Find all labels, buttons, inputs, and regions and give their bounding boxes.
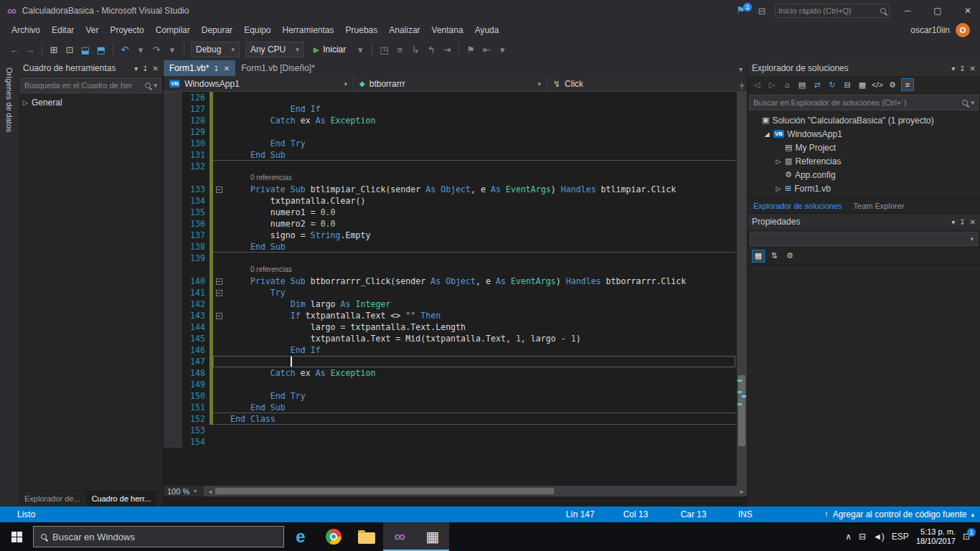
indent-icon[interactable]: ⇤ — [479, 42, 494, 57]
taskbar-search-input[interactable] — [52, 532, 276, 542]
user-name[interactable]: oscar10iin — [910, 25, 950, 35]
chevron-down-icon[interactable]: ▾ — [134, 65, 138, 72]
code-line[interactable]: 153 — [164, 425, 737, 436]
toolbox-search-box[interactable]: ▾ — [20, 77, 161, 93]
grid-app-taskbar-icon[interactable]: ▦ — [416, 522, 449, 551]
notifications-flag-icon[interactable]: ⚑ 1 — [736, 4, 749, 17]
menu-analizar[interactable]: Analizar — [383, 23, 425, 37]
close-icon[interactable]: ✕ — [224, 65, 230, 72]
network-icon[interactable]: ⊟ — [859, 532, 866, 542]
taskbar-search-box[interactable] — [33, 526, 284, 547]
new-project-icon[interactable]: ⊞ — [47, 42, 61, 57]
scroll-left-arrow[interactable]: ◂ — [205, 488, 215, 495]
scroll-right-arrow[interactable]: ▸ — [737, 488, 747, 495]
close-icon[interactable]: ✕ — [970, 218, 976, 226]
menu-proyecto[interactable]: Proyecto — [104, 23, 149, 37]
quick-launch-box[interactable] — [775, 4, 890, 18]
volume-icon[interactable]: ◄) — [873, 532, 885, 542]
chevron-down-icon[interactable]: ▾ — [951, 218, 955, 226]
code-line[interactable]: 128 Catch ex As Exception — [164, 115, 737, 126]
menu-ayuda[interactable]: Ayuda — [469, 23, 505, 37]
properties-object-dropdown[interactable]: ▾ — [750, 232, 978, 246]
tray-chevron-up-icon[interactable]: ∧ — [845, 532, 852, 542]
chevron-down-icon[interactable]: ▾ — [951, 65, 955, 72]
code-line[interactable]: 127 End If — [164, 103, 737, 115]
alphabetical-icon[interactable]: ⇅ — [768, 250, 781, 263]
code-line[interactable]: 151 End Sub — [164, 402, 737, 413]
start-button[interactable] — [0, 522, 33, 551]
project-dropdown[interactable]: VB WindowsApp1 ▾ — [164, 76, 354, 91]
document-tab-form1-vb[interactable]: Form1.vb*↧✕ — [164, 60, 235, 76]
chrome-taskbar-icon[interactable] — [317, 522, 350, 551]
data-sources-side-tab[interactable]: Orígenes de datos — [5, 63, 14, 133]
feedback-icon[interactable]: ⊟ — [755, 3, 769, 19]
tab-explorador-de-soluciones[interactable]: Explorador de soluciones — [748, 199, 848, 213]
code-line[interactable]: 126 — [164, 92, 737, 103]
menu-depurar[interactable]: Depurar — [196, 23, 238, 37]
menu-equipo[interactable]: Equipo — [238, 23, 276, 37]
sync-with-active-document-icon[interactable]: ⇄ — [811, 78, 824, 91]
code-line[interactable]: 129 — [164, 126, 737, 138]
code-line[interactable]: 138 End Sub — [164, 241, 737, 253]
menu-herramientas[interactable]: Herramientas — [277, 23, 340, 37]
menu-compilar[interactable]: Compilar — [150, 23, 196, 37]
save-all-icon[interactable]: ⬒ — [94, 42, 108, 57]
split-window-grip[interactable]: ╪ — [737, 80, 747, 91]
close-icon[interactable]: ✕ — [970, 65, 976, 72]
tree-item-my-project[interactable]: ▤My Project — [748, 141, 980, 154]
zoom-dropdown[interactable]: 100 % ▾ — [164, 486, 205, 496]
tree-item-solucio-n-calculadorabasica-1-proyecto[interactable]: ▣Solución "CalculadoraBasica" (1 proyect… — [748, 113, 980, 127]
code-line[interactable]: 140− Private Sub btborrarrr_Click(sender… — [164, 276, 737, 287]
tree-item-app-config[interactable]: ⚙App.config — [748, 168, 980, 182]
code-line[interactable]: 143− If txtpantalla.Text <> "" Then — [164, 310, 737, 321]
properties-icon[interactable]: ⚙ — [886, 78, 899, 91]
toolbox-header[interactable]: Cuadro de herramientas ▾ ↧ ✕ — [19, 60, 163, 76]
solution-explorer-search-input[interactable] — [753, 98, 959, 107]
step-into-icon[interactable]: ↳ — [408, 42, 423, 57]
home-icon[interactable]: ⌂ — [781, 78, 793, 91]
pin-icon[interactable]: ↧ — [959, 218, 965, 226]
undo-dropdown-icon[interactable]: ▾ — [133, 42, 148, 57]
start-dropdown-icon[interactable]: ▾ — [353, 42, 367, 57]
tab-cuadro-de-herr[interactable]: Cuadro de herr... — [86, 491, 157, 507]
code-line[interactable]: 130 End Try — [164, 138, 737, 149]
start-button[interactable]: ▶Iniciar — [308, 42, 352, 57]
step-over-icon[interactable]: ⇥ — [440, 42, 454, 57]
tab-explorador-de[interactable]: Explorador de... — [19, 491, 86, 507]
property-pages-icon[interactable]: ⚙ — [783, 250, 796, 263]
code-line[interactable]: 149 — [164, 379, 737, 390]
collapse-region-icon[interactable]: − — [216, 313, 222, 319]
code-line[interactable]: 147 — [164, 356, 737, 367]
step-out-icon[interactable]: ↰ — [424, 42, 438, 57]
close-button[interactable]: ✕ — [956, 1, 980, 21]
language-indicator[interactable]: ESP — [892, 532, 909, 542]
navigate-forward-icon[interactable]: → — [23, 42, 37, 57]
pin-icon[interactable]: ↧ — [213, 65, 219, 72]
code-line[interactable]: 148 Catch ex As Exception — [164, 367, 737, 379]
break-all-icon[interactable]: ◳ — [377, 42, 391, 57]
undo-icon[interactable]: ↶ — [118, 42, 132, 57]
show-all-files-icon[interactable]: ▦ — [856, 78, 869, 91]
code-line[interactable]: 139 — [164, 253, 737, 264]
menu-ver[interactable]: Ver — [80, 23, 104, 37]
expanded-arrow-icon[interactable]: ◢ — [763, 131, 771, 138]
tree-item-form1-vb[interactable]: ▷⊞Form1.vb — [748, 182, 980, 195]
user-avatar[interactable]: O — [956, 23, 970, 37]
collapsed-arrow-icon[interactable]: ▷ — [775, 158, 782, 165]
taskbar-clock[interactable]: 5:13 p. m. 18/10/2017 — [916, 527, 956, 546]
minimize-button[interactable]: ─ — [895, 1, 920, 21]
code-line[interactable]: 145 txtpantalla.Text = Mid(txtpantalla.T… — [164, 333, 737, 344]
code-line[interactable]: 150 End Try — [164, 390, 737, 402]
file-explorer-taskbar-icon[interactable] — [350, 522, 383, 551]
menu-editar[interactable]: Editar — [46, 23, 80, 37]
redo-icon[interactable]: ↷ — [149, 42, 164, 57]
code-line[interactable]: 136 numero2 = 0.0 — [164, 218, 737, 230]
save-icon[interactable]: ⬓ — [78, 42, 93, 57]
document-tab-form1-vb-disen-o[interactable]: Form1.vb [Diseño]* — [235, 60, 321, 76]
vertical-scrollbar[interactable]: ╪ — [737, 92, 747, 486]
pin-icon[interactable]: ↧ — [142, 65, 148, 72]
collapse-all-icon[interactable]: ⊟ — [841, 78, 854, 91]
menu-pruebas[interactable]: Pruebas — [340, 23, 384, 37]
menu-ventana[interactable]: Ventana — [426, 23, 469, 37]
code-line[interactable]: 135 numero1 = 0.0 — [164, 207, 737, 218]
